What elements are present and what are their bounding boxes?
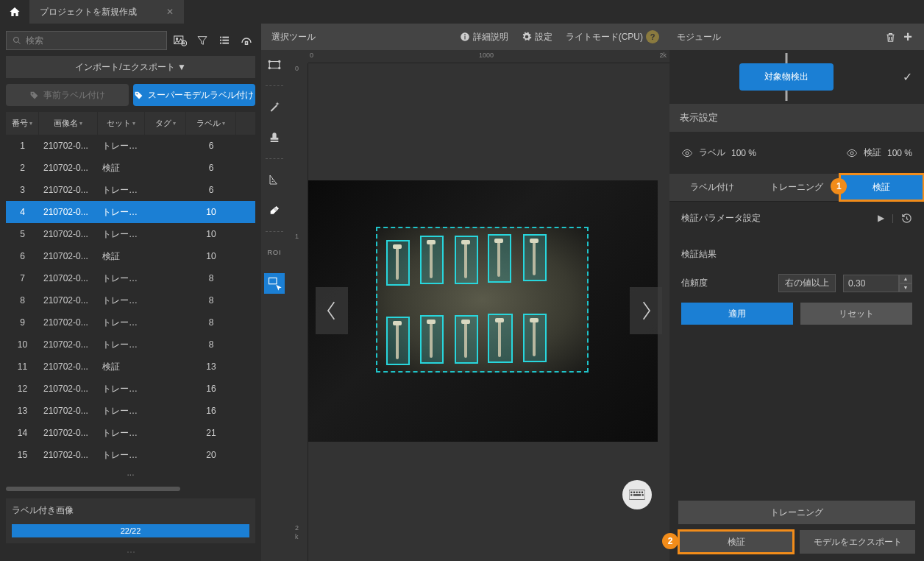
table-row[interactable]: 3210702-0...トレーニ...6 <box>6 179 255 201</box>
verify-visibility[interactable]: 検証 100 % <box>846 147 912 159</box>
add-icon[interactable]: + <box>899 28 917 46</box>
svg-point-33 <box>686 152 689 155</box>
module-title: モジュール <box>677 31 881 43</box>
table-row[interactable]: 8210702-0...トレーニ...8 <box>6 289 255 311</box>
svg-point-20 <box>269 67 270 68</box>
svg-rect-10 <box>222 43 229 44</box>
detection-box[interactable] <box>488 314 513 363</box>
svg-point-13 <box>137 93 138 94</box>
next-image-button[interactable] <box>630 287 662 334</box>
measure-tool[interactable] <box>264 169 285 190</box>
threshold-value-input[interactable]: 0.30 ▲▼ <box>843 275 912 292</box>
project-tab[interactable]: プロジェクトを新規作成 ✕ <box>29 0 184 24</box>
table-row[interactable]: 7210702-0...トレーニ...8 <box>6 267 255 289</box>
prev-image-button[interactable] <box>316 287 348 334</box>
display-settings-header: 表示設定 <box>669 104 924 132</box>
col-label[interactable]: ラベル▾ <box>186 112 236 135</box>
module-chip[interactable]: 対象物検出 <box>677 63 895 91</box>
table-row[interactable]: 1210702-0...トレーニ...6 <box>6 135 255 157</box>
svg-rect-22 <box>271 141 279 142</box>
table-row[interactable]: 6210702-0...検証10 <box>6 245 255 267</box>
svg-rect-32 <box>642 494 644 495</box>
select-tool-label: 選択ツール <box>271 31 316 43</box>
grid-view-icon[interactable] <box>238 32 255 49</box>
stamp-tool[interactable] <box>264 127 285 148</box>
pre-label-button[interactable]: 事前ラベル付け <box>6 84 129 106</box>
col-set[interactable]: セット▾ <box>98 112 145 135</box>
verify-button[interactable]: 検証 <box>678 530 794 554</box>
svg-rect-9 <box>220 43 221 44</box>
rect-tool[interactable] <box>264 54 285 75</box>
col-tag[interactable]: タグ▾ <box>145 112 186 135</box>
super-model-label-button[interactable]: スーパーモデルラベル付け <box>133 84 256 106</box>
table-row[interactable]: 4210702-0...トレーニ...10 <box>6 201 255 223</box>
detection-box[interactable] <box>420 315 444 364</box>
threshold-mode-select[interactable]: 右の値以上 <box>778 274 836 292</box>
table-row[interactable]: 15210702-0...トレーニ...20 <box>6 444 255 466</box>
spin-up-icon[interactable]: ▲ <box>899 275 912 283</box>
export-model-button[interactable]: モデルをエクスポート <box>800 530 915 554</box>
keyboard-shortcut-button[interactable] <box>622 480 652 509</box>
wand-tool[interactable] <box>264 96 285 117</box>
detection-box[interactable] <box>420 236 444 284</box>
col-image[interactable]: 画像名▾ <box>39 112 98 135</box>
pointer-tool[interactable] <box>264 273 285 294</box>
param-settings-row[interactable]: 検証パラメータ設定 ▶ | <box>669 202 924 235</box>
delete-icon[interactable] <box>881 28 899 46</box>
details-button[interactable]: 詳細説明 <box>460 31 508 43</box>
import-export-button[interactable]: インポート/エクスポート ▼ <box>6 56 255 78</box>
detection-box[interactable] <box>488 234 511 283</box>
spin-down-icon[interactable]: ▼ <box>899 283 912 292</box>
table-row[interactable]: 2210702-0...検証6 <box>6 157 255 179</box>
history-icon[interactable] <box>901 213 912 224</box>
svg-point-3 <box>176 38 177 40</box>
table-row[interactable]: 10210702-0...トレーニ...8 <box>6 334 255 356</box>
labeled-images-section: ラベル付き画像 22/22 <box>6 498 255 543</box>
detection-box[interactable] <box>523 314 547 362</box>
h-scrollbar[interactable] <box>6 485 255 493</box>
resize-handle[interactable]: ⋯ <box>6 549 255 555</box>
search-input[interactable]: 検索 <box>6 31 167 50</box>
detection-box[interactable] <box>386 240 410 286</box>
eye-icon <box>681 149 693 158</box>
table-row[interactable]: 9210702-0...トレーニ...8 <box>6 311 255 334</box>
svg-rect-7 <box>220 40 221 41</box>
close-icon[interactable]: ✕ <box>166 7 174 17</box>
filter-icon[interactable] <box>193 32 211 49</box>
search-placeholder: 検索 <box>26 35 43 47</box>
tab-title: プロジェクトを新規作成 <box>40 6 137 18</box>
image-settings-icon[interactable] <box>171 32 189 49</box>
svg-line-1 <box>18 42 21 44</box>
svg-rect-29 <box>642 492 643 493</box>
list-view-icon[interactable] <box>216 32 233 49</box>
settings-button[interactable]: 設定 <box>522 31 552 43</box>
canvas-toolbar: 選択ツール 詳細説明 設定 ライトモード(CPU) ? <box>261 24 669 50</box>
table-row[interactable]: 13210702-0...トレーニ...16 <box>6 400 255 422</box>
tab-labeling[interactable]: ラベル付け <box>669 174 754 201</box>
help-icon[interactable]: ? <box>646 30 659 43</box>
home-button[interactable] <box>0 0 29 24</box>
col-index[interactable]: 番号▾ <box>6 112 39 135</box>
reset-button[interactable]: リセット <box>800 303 912 325</box>
detection-box[interactable] <box>455 315 478 364</box>
tab-training[interactable]: トレーニング <box>754 174 839 201</box>
table-row[interactable]: 14210702-0...トレーニ...21 <box>6 422 255 444</box>
table-row[interactable]: 12210702-0...トレーニ...16 <box>6 378 255 400</box>
detection-box[interactable] <box>523 234 547 281</box>
apply-button[interactable]: 適用 <box>681 303 793 325</box>
table-row[interactable]: 11210702-0...検証13 <box>6 356 255 378</box>
label-visibility[interactable]: ラベル 100 % <box>681 147 756 159</box>
play-icon[interactable]: ▶ <box>878 213 884 224</box>
eraser-tool[interactable] <box>264 200 285 221</box>
svg-rect-28 <box>639 492 640 493</box>
svg-point-16 <box>464 34 466 35</box>
table-row[interactable]: 5210702-0...トレーニ...10 <box>6 223 255 245</box>
light-mode-label[interactable]: ライトモード(CPU) ? <box>566 30 659 43</box>
callout-2: 2 <box>662 533 678 549</box>
canvas[interactable] <box>308 63 669 561</box>
training-button[interactable]: トレーニング <box>678 501 915 524</box>
tab-verification[interactable]: 検証 <box>839 174 924 201</box>
detection-box[interactable] <box>386 317 410 365</box>
roi-tool[interactable]: ROI <box>264 242 285 263</box>
detection-box[interactable] <box>455 236 478 284</box>
